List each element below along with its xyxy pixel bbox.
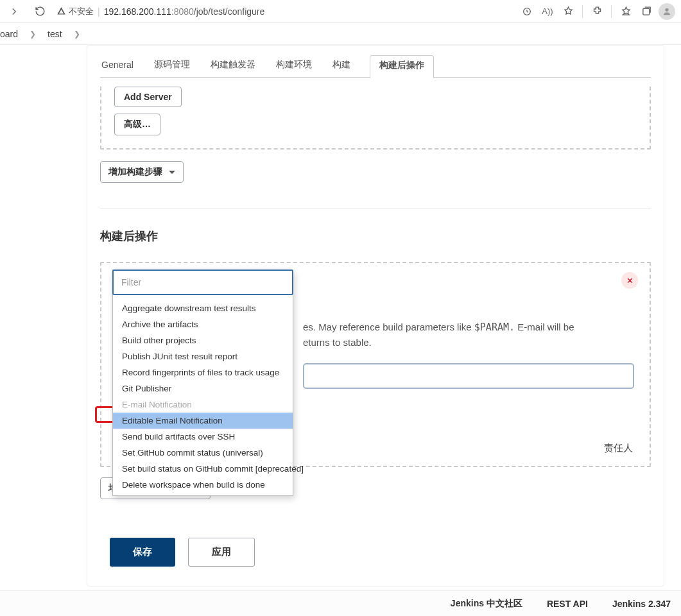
address-bar[interactable]: 不安全 | 192.168.200.111:8080/job/test/conf… xyxy=(56,6,510,17)
dropdown-item[interactable]: Record fingerprints of files to track us… xyxy=(113,364,293,381)
divider xyxy=(100,209,651,209)
page-footer: Jenkins 中文社区 REST API Jenkins 2.347 xyxy=(0,590,681,616)
forward-button[interactable] xyxy=(5,3,23,21)
add-build-step-button[interactable]: 增加构建步骤 xyxy=(100,161,184,183)
chevron-right-icon: ❯ xyxy=(74,30,80,38)
tab-postbuild[interactable]: 构建后操作 xyxy=(370,55,434,78)
build-step-panel: Add Server 高级… xyxy=(100,87,651,150)
tab-general[interactable]: General xyxy=(100,56,135,76)
filter-box xyxy=(112,270,293,295)
dropdown-item[interactable]: Git Publisher xyxy=(113,381,293,397)
post-build-dropdown: Aggregate downstream test resultsArchive… xyxy=(112,270,293,496)
dropdown-item[interactable]: Delete workspace when build is done xyxy=(113,477,293,493)
profile-avatar[interactable] xyxy=(658,3,676,21)
extensions-icon[interactable] xyxy=(588,3,606,21)
dropdown-item[interactable]: Editable Email Notification xyxy=(113,413,293,429)
tab-triggers[interactable]: 构建触发器 xyxy=(209,55,257,77)
chevron-right-icon: ❯ xyxy=(30,30,36,38)
read-aloud-icon[interactable]: A)) xyxy=(539,3,556,21)
dropdown-item[interactable]: Publish JUnit test result report xyxy=(113,348,293,364)
tab-scm[interactable]: 源码管理 xyxy=(153,55,191,77)
filter-input[interactable] xyxy=(115,272,291,293)
qr-icon[interactable] xyxy=(518,3,536,21)
reload-button[interactable] xyxy=(31,3,49,21)
dropdown-list: Aggregate downstream test resultsArchive… xyxy=(113,298,293,495)
breadcrumb-item[interactable]: oard xyxy=(0,29,18,39)
footer-community[interactable]: Jenkins 中文社区 xyxy=(451,598,522,610)
favorite-icon[interactable] xyxy=(559,3,577,21)
delete-step-button[interactable]: ✕ xyxy=(621,272,638,289)
save-button[interactable]: 保存 xyxy=(110,538,175,567)
dropdown-item[interactable]: Set build status on GitHub commit [depre… xyxy=(113,461,293,477)
favorites-bar-icon[interactable] xyxy=(617,3,635,21)
dropdown-item[interactable]: Set GitHub commit status (universal) xyxy=(113,445,293,461)
dropdown-item[interactable]: Build other projects xyxy=(113,332,293,348)
add-build-step-label: 增加构建步骤 xyxy=(108,166,162,178)
dropdown-item[interactable]: Send build artifacts over SSH xyxy=(113,429,293,445)
browser-toolbar: 不安全 | 192.168.200.111:8080/job/test/conf… xyxy=(0,0,681,23)
footer-rest-api[interactable]: REST API xyxy=(547,599,588,609)
insecure-badge: 不安全 xyxy=(56,6,94,17)
dropdown-item: E-mail Notification xyxy=(113,397,293,413)
dropdown-item[interactable]: Aggregate downstream test results xyxy=(113,300,293,316)
recipients-input[interactable] xyxy=(303,363,634,389)
dropdown-item[interactable]: Archive the artifacts xyxy=(113,316,293,332)
breadcrumb: oard ❯ test ❯ xyxy=(0,23,681,45)
tab-env[interactable]: 构建环境 xyxy=(275,55,313,77)
config-tabs: General 源码管理 构建触发器 构建环境 构建 构建后操作 xyxy=(87,46,664,78)
apply-button[interactable]: 应用 xyxy=(188,538,255,567)
svg-rect-1 xyxy=(642,8,649,15)
svg-point-2 xyxy=(665,8,668,11)
owner-label: 责任人 xyxy=(604,442,633,454)
tab-build[interactable]: 构建 xyxy=(331,55,352,77)
insecure-label: 不安全 xyxy=(69,6,94,17)
section-title: 构建后操作 xyxy=(100,228,654,244)
collections-icon[interactable] xyxy=(637,3,655,21)
footer-version: Jenkins 2.347 xyxy=(612,599,671,609)
breadcrumb-item[interactable]: test xyxy=(47,29,62,39)
add-server-button[interactable]: Add Server xyxy=(114,87,182,107)
advanced-button[interactable]: 高级… xyxy=(114,114,160,135)
url-text: 192.168.200.111:8080/job/test/configure xyxy=(104,6,265,17)
